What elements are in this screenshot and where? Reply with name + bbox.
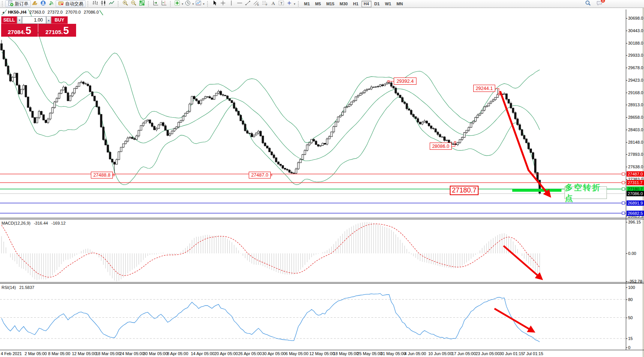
tile-windows-button[interactable] [138, 0, 146, 7]
signals-button[interactable] [47, 0, 56, 7]
periods-icon [185, 0, 191, 8]
green-highlight-bar[interactable] [512, 189, 561, 192]
macd-histogram [2, 222, 540, 281]
line-chart-mode-button[interactable] [108, 0, 116, 7]
toolbar-grip[interactable] [170, 1, 172, 6]
text-tool-button[interactable]: A [269, 0, 277, 7]
line-anchor-square[interactable] [622, 202, 625, 204]
cursor-tool-button[interactable] [211, 0, 219, 7]
auto-trading-button[interactable]: 自动交易 [56, 0, 86, 7]
price-annotation-29392.4[interactable]: 29392.4 [394, 78, 416, 85]
time-axis-label: 30 Apr 05:00 [262, 351, 285, 356]
zoom-out-button[interactable] [129, 0, 138, 7]
timeframe-M1-button[interactable]: M1 [302, 1, 312, 7]
channel-icon: E [253, 0, 259, 8]
downtrend-arrow[interactable] [500, 91, 549, 196]
price-annotation-28086.0[interactable]: 28086.0 [430, 143, 452, 150]
timeframe-H4-button[interactable]: H4 [362, 1, 371, 7]
rsi-down-arrow[interactable] [494, 309, 533, 331]
timeframe-MN-button[interactable]: MN [394, 1, 405, 7]
line-anchor-square[interactable] [622, 212, 625, 214]
timeframe-M5-button[interactable]: M5 [313, 1, 323, 7]
vertical-line-tool-button[interactable] [227, 0, 235, 7]
collapse-quote-panel-icon[interactable]: ▲ [2, 11, 5, 14]
main-chart-canvas[interactable] [0, 9, 626, 218]
cursor-icon [212, 0, 218, 8]
volume-increase-button[interactable]: ▲ [46, 16, 51, 24]
new-order-button[interactable]: 新订单 [5, 0, 31, 7]
rsi-panel-canvas[interactable] [0, 284, 626, 350]
timeframe-M15-button[interactable]: M15 [324, 1, 337, 7]
channel-tool-button[interactable]: E [252, 0, 260, 7]
chart-shift-button[interactable] [160, 0, 168, 7]
zoom-in-button[interactable] [121, 0, 129, 7]
annotation-anchor[interactable] [113, 174, 114, 176]
auto-scroll-button[interactable] [151, 0, 160, 7]
toolbar-grip[interactable] [207, 1, 209, 6]
price-annotation-27488.8[interactable]: 27488.8 [91, 172, 113, 178]
axis-tick [626, 55, 627, 56]
indicators-button[interactable]: ▾ [173, 0, 184, 7]
bid-price[interactable]: 27084.5 [1, 24, 38, 37]
text-label-tool-button[interactable]: T [277, 0, 285, 7]
tile-windows-icon [139, 0, 145, 8]
dropdown-caret-icon[interactable]: ▾ [192, 2, 194, 6]
ask-price[interactable]: 27105.5 [38, 24, 76, 37]
gold-button[interactable] [31, 0, 39, 7]
timeframe-H1-button[interactable]: H1 [351, 1, 360, 7]
macd-tick-label: 396.15 [628, 220, 641, 224]
trendline-icon [245, 0, 251, 8]
big-price-annotation[interactable]: 27180.7 [450, 186, 479, 195]
macd-label: MACD(12,26,9) -316.44 -169.12 [2, 221, 65, 225]
annotation-anchor[interactable] [498, 93, 500, 95]
sell-button[interactable]: SELL [1, 16, 17, 24]
templates-button[interactable]: ▾ [195, 0, 205, 7]
line-anchor-square[interactable] [622, 188, 625, 190]
axis-tick [626, 117, 627, 118]
toolbar-grip[interactable] [2, 1, 4, 6]
community-button[interactable] [39, 0, 47, 7]
dropdown-caret-icon[interactable]: ▾ [294, 2, 295, 6]
axis-tick [626, 105, 627, 105]
trendline-tool-button[interactable] [244, 0, 252, 7]
price-annotation-29244.1[interactable]: 29244.1 [473, 85, 495, 92]
annotation-anchor[interactable] [454, 141, 456, 143]
symbol-ohlc-bar[interactable]: ▲ HK50-,H4 27363.0 27372.0 27070.0 27086… [2, 10, 99, 14]
buy-button[interactable]: BUY [51, 16, 68, 24]
toolbar-grip[interactable] [87, 1, 89, 6]
volume-decrease-button[interactable]: ▼ [17, 16, 22, 24]
time-axis-label: 12 May 05:00 [309, 351, 335, 356]
volume-input[interactable]: 1.00 [22, 16, 46, 24]
rsi-value: 21.5837 [19, 285, 34, 290]
trendline-fragment[interactable] [100, 10, 103, 15]
timeframe-D1-button[interactable]: D1 [372, 1, 382, 7]
horizontal-line-tool-button[interactable] [235, 0, 244, 7]
toolbar-grip[interactable] [118, 1, 120, 6]
price-annotation-27487.0[interactable]: 27487.0 [249, 172, 271, 178]
search-button[interactable] [585, 0, 591, 8]
shapes-tool-button[interactable]: ▾ [285, 0, 296, 7]
notifications-button[interactable]: 1 [596, 0, 602, 8]
line-anchor-square[interactable] [622, 181, 625, 184]
crosshair-tool-button[interactable] [219, 0, 227, 7]
panel-separator[interactable] [0, 282, 644, 284]
bar-chart-mode-button[interactable] [91, 0, 99, 7]
candlestick-mode-button[interactable] [99, 0, 108, 7]
macd-tick-label: 0.00 [628, 251, 636, 256]
macd-panel-canvas[interactable] [0, 220, 626, 282]
turning-point-note[interactable]: 多空转折点 [564, 186, 607, 199]
timeframe-M30-button[interactable]: M30 [337, 1, 350, 7]
panel-separator[interactable] [0, 218, 644, 219]
toolbar-grip[interactable] [148, 1, 150, 6]
fibonacci-tool-button[interactable]: F [260, 0, 269, 7]
line-anchor-square[interactable] [622, 173, 625, 175]
toolbar-grip[interactable] [298, 1, 300, 6]
price-tick-label: 29168.0 [628, 90, 643, 95]
periods-button[interactable]: ▾ [184, 0, 195, 7]
dropdown-caret-icon[interactable]: ▾ [182, 2, 183, 6]
annotation-anchor[interactable] [388, 81, 389, 82]
time-axis-label: 7 Jul 01:15 [523, 351, 543, 356]
search-icon [585, 1, 591, 7]
dropdown-caret-icon[interactable]: ▾ [203, 2, 204, 6]
timeframe-W1-button[interactable]: W1 [383, 1, 394, 7]
